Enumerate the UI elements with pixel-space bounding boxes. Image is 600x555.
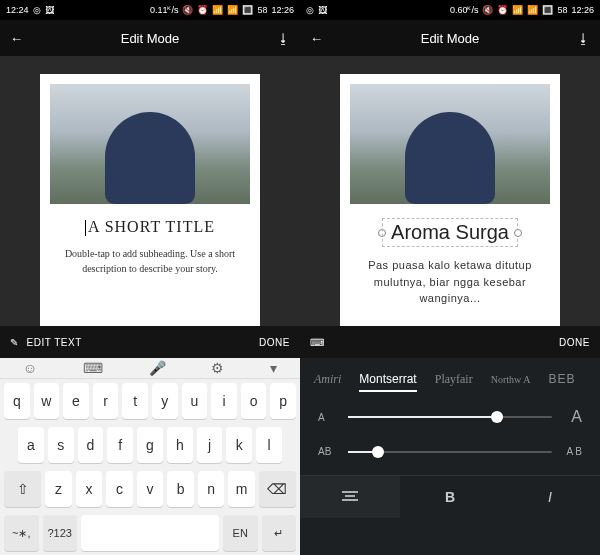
key-e[interactable]: e [63,383,89,419]
letter-spacing-slider-row: AB A B [300,436,600,467]
key-space[interactable] [81,515,219,551]
font-option-amiri[interactable]: Amiri [314,372,341,387]
emoji-icon[interactable]: ☺ [23,360,37,376]
soft-keyboard: ☺ ⌨ 🎤 ⚙ ▾ qwertyuiop asdfghjkl ⇧zxcvbnm⌫… [0,358,300,555]
keyboard-row-3: ⇧zxcvbnm⌫ [0,467,300,511]
keyboard-row-4: ~∗, ?123 EN ↵ [0,511,300,555]
status-bar: 12:24 ◎ 🖼 0.11ᴷ/s 🔇 ⏰ 📶 📶 🔳 58 12:26 [0,0,300,20]
header-title: Edit Mode [323,31,577,46]
canvas-area[interactable]: A SHORT TITLE Double-tap to add subheadi… [0,56,300,326]
key-q[interactable]: q [4,383,30,419]
key-c[interactable]: c [106,471,133,507]
key-z[interactable]: z [45,471,72,507]
back-icon[interactable]: ← [10,31,23,46]
status-icon-app: ◎ [33,5,41,15]
card-subtitle[interactable]: Double-tap to add subheading. Use a shor… [50,246,250,276]
key-x[interactable]: x [76,471,103,507]
key-h[interactable]: h [167,427,193,463]
status-icon-app: ◎ [306,5,314,15]
canvas-area[interactable]: Aroma Surga Pas puasa kalo ketawa ditutu… [300,56,600,326]
font-size-slider-row: A A [300,398,600,436]
keyboard-switch-icon[interactable]: ⌨ [83,360,103,376]
key-numeric[interactable]: ?123 [43,515,78,551]
status-clock: 12:26 [271,5,294,15]
key-r[interactable]: r [93,383,119,419]
key-p[interactable]: p [270,383,296,419]
letter-spacing-slider[interactable] [348,451,552,453]
status-icon-image: 🖼 [45,5,54,15]
key-language[interactable]: EN [223,515,258,551]
key-j[interactable]: j [197,427,223,463]
header-title: Edit Mode [23,31,277,46]
key-⇧[interactable]: ⇧ [4,471,41,507]
card-subtitle[interactable]: Pas puasa kalo ketawa ditutup mulutnya, … [350,257,550,307]
keyboard-icon[interactable]: ⌨ [310,337,325,348]
key-symbol[interactable]: ~∗, [4,515,39,551]
wifi-icon: 📶 [212,5,223,15]
align-center-button[interactable] [300,476,400,518]
edit-text-button[interactable]: EDIT TEXT [27,337,82,348]
keyboard-toolbar: ☺ ⌨ 🎤 ⚙ ▾ [0,358,300,379]
bold-button[interactable]: B [400,476,500,518]
key-d[interactable]: d [78,427,104,463]
download-icon[interactable]: ⭳ [277,31,290,46]
italic-button[interactable]: I [500,476,600,518]
font-option-montserrat[interactable]: Montserrat [359,372,416,392]
mute-icon: 🔇 [182,5,193,15]
font-picker[interactable]: Amiri Montserrat Playfair Northw A BEB [300,366,600,398]
status-time: 12:24 [6,5,29,15]
battery-pct: 58 [257,5,267,15]
pencil-icon[interactable]: ✎ [10,337,19,348]
key-⌫[interactable]: ⌫ [259,471,296,507]
right-pane: ◎ 🖼 0.60ᴷ/s 🔇 ⏰ 📶 📶 🔳 58 12:26 ← Edit Mo… [300,0,600,555]
card-photo[interactable] [50,84,250,204]
key-a[interactable]: a [18,427,44,463]
card-photo[interactable] [350,84,550,204]
key-f[interactable]: f [107,427,133,463]
font-size-slider[interactable] [348,416,552,418]
battery-icon: 🔳 [542,5,553,15]
keyboard-row-1: qwertyuiop [0,379,300,423]
battery-icon: 🔳 [242,5,253,15]
download-icon[interactable]: ⭳ [577,31,590,46]
settings-icon[interactable]: ⚙ [211,360,224,376]
hide-keyboard-icon[interactable]: ▾ [270,360,277,376]
key-u[interactable]: u [182,383,208,419]
size-label-small: A [318,412,336,423]
key-v[interactable]: v [137,471,164,507]
done-button[interactable]: DONE [259,337,290,348]
done-button[interactable]: DONE [559,337,590,348]
mute-icon: 🔇 [482,5,493,15]
key-g[interactable]: g [137,427,163,463]
alarm-icon: ⏰ [497,5,508,15]
story-card[interactable]: Aroma Surga Pas puasa kalo ketawa ditutu… [340,74,560,326]
key-w[interactable]: w [34,383,60,419]
wifi-icon: 📶 [512,5,523,15]
font-option-northwell[interactable]: Northw A [491,374,531,385]
key-t[interactable]: t [122,383,148,419]
key-y[interactable]: y [152,383,178,419]
font-panel: Amiri Montserrat Playfair Northw A BEB A… [300,358,600,555]
font-option-bebas[interactable]: BEB [548,372,575,386]
card-title-input[interactable]: A SHORT TITLE [50,218,250,236]
key-m[interactable]: m [228,471,255,507]
app-header: ← Edit Mode ⭳ [300,20,600,56]
mic-icon[interactable]: 🎤 [149,360,166,376]
back-icon[interactable]: ← [310,31,323,46]
title-selection-handles[interactable]: Aroma Surga [382,218,518,247]
key-n[interactable]: n [198,471,225,507]
left-pane: 12:24 ◎ 🖼 0.11ᴷ/s 🔇 ⏰ 📶 📶 🔳 58 12:26 ← E… [0,0,300,555]
story-card[interactable]: A SHORT TITLE Double-tap to add subheadi… [40,74,260,326]
key-enter[interactable]: ↵ [262,515,297,551]
card-title-input[interactable]: Aroma Surga [382,218,518,247]
bold-label: B [445,489,455,505]
key-s[interactable]: s [48,427,74,463]
key-b[interactable]: b [167,471,194,507]
key-i[interactable]: i [211,383,237,419]
key-o[interactable]: o [241,383,267,419]
key-k[interactable]: k [226,427,252,463]
key-l[interactable]: l [256,427,282,463]
signal-icon: 📶 [227,5,238,15]
signal-icon: 📶 [527,5,538,15]
font-option-playfair[interactable]: Playfair [435,372,473,387]
